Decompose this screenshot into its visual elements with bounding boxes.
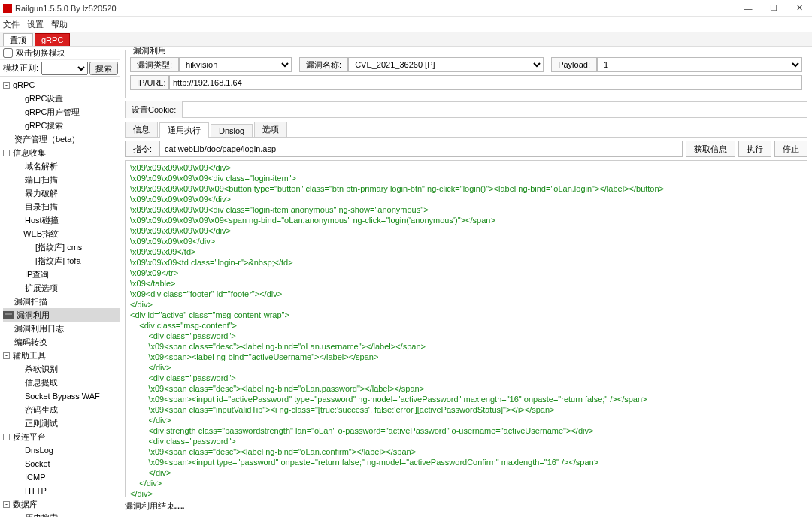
tree-label: 反连平台 — [13, 430, 46, 443]
tree-label: Socket — [25, 457, 50, 470]
url-row: IP/URL: — [130, 75, 802, 90]
subtab-exec[interactable]: 通用执行 — [159, 122, 209, 138]
module-tree[interactable]: -gRPCgRPC设置gRPC用户管理gRPC搜索资产管理（beta）-信息收集… — [0, 77, 120, 517]
tree-label: Host碰撞 — [25, 213, 59, 227]
tree-node[interactable]: 目录扫描 — [3, 200, 120, 213]
tree-node[interactable]: ICMP — [3, 470, 120, 484]
tree-label: 漏洞利用 — [17, 308, 50, 322]
toggle-checkbox[interactable] — [3, 48, 13, 58]
sidebar-toggle-row: 双击切换模块 — [0, 47, 120, 60]
tree-label: WEB指纹 — [23, 227, 59, 240]
status-bar: 漏洞利用结束…… — [125, 500, 807, 514]
tree-node[interactable]: Socket — [3, 457, 120, 470]
vuln-name-select[interactable]: CVE_2021_36260 [P] — [348, 57, 544, 72]
tree-node[interactable]: gRPC用户管理 — [3, 105, 120, 119]
top-tab-pin[interactable]: 置顶 — [3, 33, 33, 46]
vuln-type-select[interactable]: hikvision — [179, 57, 292, 72]
tree-node[interactable]: 资产管理（beta） — [3, 132, 120, 146]
tree-node[interactable]: HTTP — [3, 484, 120, 497]
tree-label: [指纹库] fofa — [35, 254, 81, 268]
window-title: Railgun1.5.5.0 By lz520520 — [15, 4, 735, 13]
tree-node[interactable]: [指纹库] fofa — [3, 254, 120, 268]
cookie-box: 设置Cookie: — [125, 101, 807, 118]
tree-node[interactable]: 杀软识别 — [3, 362, 120, 376]
command-input[interactable] — [160, 141, 683, 157]
tree-node[interactable]: 信息提取 — [3, 376, 120, 389]
command-row: 指令: 获取信息 执行 停止 — [125, 141, 807, 157]
output-panel[interactable]: \x09\x09\x09\x09\x09</div>\x09\x09\x09\x… — [125, 160, 807, 497]
tree-node[interactable]: -辅助工具 — [3, 349, 120, 362]
tree-node[interactable]: -反连平台 — [3, 430, 120, 443]
tree-node[interactable]: 编码转换 — [3, 335, 120, 349]
rule-select[interactable] — [41, 62, 88, 75]
menu-file[interactable]: 文件 — [3, 19, 20, 30]
group-title: 漏洞利用 — [130, 47, 169, 56]
toggle-label: 双击切换模块 — [16, 47, 65, 59]
tree-label: 漏洞扫描 — [14, 295, 47, 308]
cookie-input[interactable] — [183, 102, 807, 117]
menubar: 文件 设置 帮助 — [0, 17, 812, 32]
menu-help[interactable]: 帮助 — [51, 19, 68, 30]
tree-label: Socket Bypass WAF — [25, 389, 100, 403]
tree-label: 域名解析 — [25, 159, 58, 173]
subtab-options[interactable]: 选项 — [254, 122, 287, 137]
app-icon — [3, 4, 12, 13]
menu-settings[interactable]: 设置 — [27, 19, 44, 30]
vuln-name-label: 漏洞名称: — [299, 57, 348, 72]
tree-node[interactable]: 正则测试 — [3, 416, 120, 430]
payload-select[interactable]: 1 — [597, 57, 802, 72]
rule-search-button[interactable]: 搜索 — [89, 62, 118, 75]
vuln-row: 漏洞类型: hikvision 漏洞名称: CVE_2021_36260 [P]… — [130, 57, 802, 72]
tree-node[interactable]: 漏洞利用 — [3, 308, 120, 322]
tree-node[interactable]: 扩展选项 — [3, 281, 120, 295]
url-input[interactable] — [169, 75, 802, 90]
tree-node[interactable]: -数据库 — [3, 497, 120, 511]
tree-node[interactable]: -WEB指纹 — [3, 227, 120, 240]
maximize-button[interactable]: ☐ — [761, 0, 786, 17]
tree-node[interactable]: Socket Bypass WAF — [3, 389, 120, 403]
sidebar: 双击切换模块 模块正则: 搜索 -gRPCgRPC设置gRPC用户管理gRPC搜… — [0, 47, 120, 517]
get-info-button[interactable]: 获取信息 — [686, 141, 735, 157]
tree-label: DnsLog — [25, 443, 53, 457]
top-tab-strip: 置顶 gRPC — [0, 32, 812, 47]
tree-node[interactable]: 漏洞利用日志 — [3, 322, 120, 335]
tree-node[interactable]: 暴力破解 — [3, 186, 120, 200]
tree-label: 数据库 — [13, 497, 38, 511]
subtabs: 信息 通用执行 Dnslog 选项 — [125, 122, 807, 138]
tree-label: gRPC搜索 — [25, 119, 63, 132]
main-panel: 漏洞利用 漏洞类型: hikvision 漏洞名称: CVE_2021_3626… — [120, 47, 812, 517]
tree-label: 密码生成 — [25, 403, 58, 416]
tree-label: 信息收集 — [13, 146, 46, 159]
execute-button[interactable]: 执行 — [738, 141, 771, 157]
tree-label: IP查询 — [25, 268, 49, 281]
vuln-type-label: 漏洞类型: — [130, 57, 179, 72]
tree-node[interactable]: gRPC搜索 — [3, 119, 120, 132]
tree-node[interactable]: 漏洞扫描 — [3, 295, 120, 308]
tree-label: gRPC设置 — [25, 92, 63, 105]
tree-node[interactable]: -gRPC — [3, 78, 120, 92]
tree-node[interactable]: gRPC设置 — [3, 92, 120, 105]
stop-button[interactable]: 停止 — [774, 141, 807, 157]
subtab-dnslog[interactable]: Dnslog — [211, 124, 253, 137]
tree-label: 历史搜索 — [25, 511, 58, 517]
sidebar-rule-row: 模块正则: 搜索 — [0, 60, 120, 77]
tree-node[interactable]: 历史搜索 — [3, 511, 120, 517]
tree-node[interactable]: -信息收集 — [3, 146, 120, 159]
tree-label: 正则测试 — [25, 416, 58, 430]
cookie-label: 设置Cookie: — [126, 101, 183, 118]
tree-node[interactable]: 端口扫描 — [3, 173, 120, 186]
tree-label: ICMP — [25, 470, 46, 484]
close-button[interactable]: ✕ — [786, 0, 812, 17]
tree-node[interactable]: [指纹库] cms — [3, 240, 120, 254]
tree-node[interactable]: IP查询 — [3, 268, 120, 281]
top-tab-grpc[interactable]: gRPC — [35, 33, 70, 46]
subtab-info[interactable]: 信息 — [125, 122, 158, 137]
tree-node[interactable]: 密码生成 — [3, 403, 120, 416]
tree-node[interactable]: DnsLog — [3, 443, 120, 457]
minimize-button[interactable]: — — [735, 0, 761, 17]
exploit-group: 漏洞利用 漏洞类型: hikvision 漏洞名称: CVE_2021_3626… — [125, 50, 807, 98]
tree-node[interactable]: 域名解析 — [3, 159, 120, 173]
module-icon — [3, 311, 14, 319]
tree-label: 杀软识别 — [25, 362, 58, 376]
tree-node[interactable]: Host碰撞 — [3, 213, 120, 227]
